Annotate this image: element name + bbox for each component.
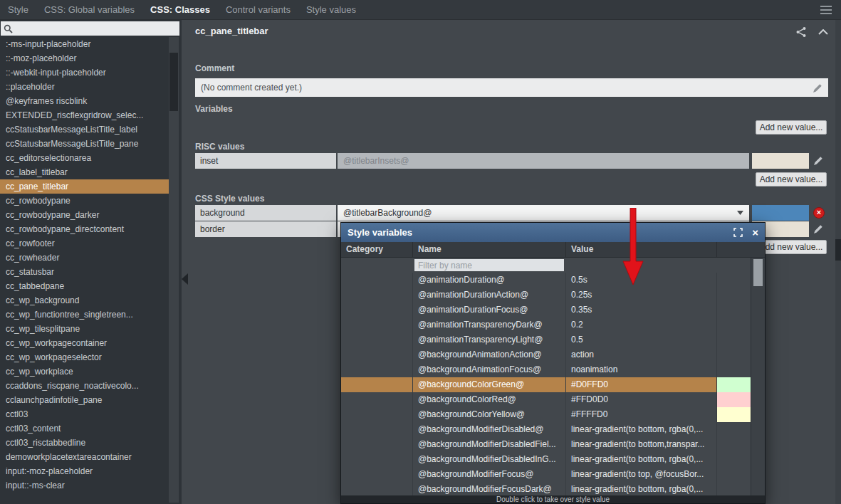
style-variable-row[interactable]: @backgroundColorRed@ #FFD0D0: [341, 392, 752, 407]
sidebar-item[interactable]: ::-moz-placeholder: [0, 51, 169, 65]
sidebar-item[interactable]: ccStatusbarMessageListTitle_pane: [0, 137, 169, 151]
style-variable-row[interactable]: @backgroundModifierFocusDark@ linear-gra…: [341, 482, 752, 497]
style-variable-row[interactable]: @backgroundModifierDisabledInG... linear…: [341, 452, 752, 467]
column-header-name[interactable]: Name: [413, 242, 566, 257]
edit-pencil-icon[interactable]: [813, 83, 822, 93]
table-header: Category Name Value: [341, 242, 765, 258]
sidebar-item[interactable]: cctl03_content: [0, 421, 169, 436]
sidebar-collapse-handle[interactable]: [182, 273, 188, 285]
collapse-chevron-icon[interactable]: [818, 29, 828, 35]
sidebar-item[interactable]: cc_wp_tilesplitpane: [0, 322, 169, 336]
variable-name-cell: @backgroundAnimationAction@: [413, 347, 566, 362]
top-tab[interactable]: CSS: Classes: [142, 0, 218, 19]
sidebar-item[interactable]: input::-ms-clear: [0, 478, 169, 493]
style-variable-row[interactable]: @backgroundModifierDisabled@ linear-grad…: [341, 422, 752, 437]
sidebar-item[interactable]: cc_wp_workplace: [0, 364, 169, 379]
sidebar-item[interactable]: cc_wp_workpageselector: [0, 350, 169, 364]
sidebar-item[interactable]: cc_wp_background: [0, 293, 169, 308]
sidebar-item[interactable]: cclaunchpadinfotile_pane: [0, 393, 169, 407]
style-variable-row[interactable]: @animationDurationAction@ 0.25s: [341, 288, 752, 303]
sidebar-item[interactable]: ccaddons_riscpane_noactivecolo...: [0, 379, 169, 393]
top-tab[interactable]: Style values: [298, 0, 364, 19]
variable-value-cell: linear-gradient(to bottom, rgba(0,...: [566, 452, 717, 467]
style-variable-row[interactable]: @animationDurationFocus@ 0.35s: [341, 303, 752, 317]
add-new-value-button[interactable]: Add new value...: [756, 120, 827, 135]
filter-input[interactable]: [414, 259, 564, 271]
sidebar-item[interactable]: cc_label_titlebar: [0, 165, 169, 179]
close-icon[interactable]: ×: [752, 227, 758, 238]
sidebar-item[interactable]: ::-webkit-input-placeholder: [0, 65, 169, 80]
sidebar-item[interactable]: cc_rowbodypane_darker: [0, 208, 169, 222]
sidebar-item[interactable]: cc_rowheader: [0, 251, 169, 265]
edit-pencil-icon[interactable]: [814, 224, 823, 233]
top-tab[interactable]: CSS: Global variables: [36, 0, 142, 19]
sidebar-item[interactable]: cc_rowbodypane: [0, 194, 169, 208]
sidebar-item[interactable]: demoworkplacetextareacontainer: [0, 450, 169, 464]
sidebar-scrollbar[interactable]: [169, 37, 179, 503]
sidebar-item[interactable]: cctl03_risctabbedline: [0, 436, 169, 450]
tab-strip: Style CSS: Global variables CSS: Classes…: [0, 0, 364, 19]
variable-category-cell: [341, 467, 413, 482]
style-variable-row[interactable]: @animationTransparencyDark@ 0.2: [341, 317, 752, 332]
dialog-scrollbar-thumb[interactable]: [753, 259, 763, 286]
value-dropdown[interactable]: @titlebarBackground@: [338, 205, 749, 221]
value-color-swatch: [752, 205, 809, 221]
sidebar-search[interactable]: [1, 21, 179, 36]
search-input[interactable]: [15, 23, 177, 33]
sidebar-item[interactable]: @keyframes riscblink: [0, 94, 169, 108]
sidebar-item[interactable]: cc_wp_workpagecontainer: [0, 336, 169, 350]
variable-name-cell: @animationTransparencyDark@: [413, 317, 566, 332]
style-variable-row[interactable]: @backgroundColorYellow@ #FFFFD0: [341, 407, 752, 422]
variable-category-cell: [341, 362, 413, 377]
maximize-icon[interactable]: [733, 228, 743, 237]
risc-values-label: RISC values: [195, 142, 244, 152]
sidebar-item[interactable]: input:-moz-placeholder: [0, 464, 169, 478]
share-icon[interactable]: [795, 26, 807, 38]
sidebar-item[interactable]: cctl03: [0, 407, 169, 421]
sidebar-item[interactable]: cc_statusbar: [0, 265, 169, 279]
sidebar-item[interactable]: cc_rowbodypane_directcontent: [0, 222, 169, 236]
variable-color-swatch: [717, 288, 752, 303]
variable-category-cell: [341, 303, 413, 317]
style-variable-row[interactable]: @backgroundModifierFocus@ linear-gradien…: [341, 467, 752, 482]
column-header-category[interactable]: Category: [341, 242, 413, 257]
style-variable-row[interactable]: @backgroundColorGreen@ #D0FFD0: [341, 377, 752, 392]
delete-value-icon[interactable]: ×: [813, 207, 825, 219]
sidebar-item[interactable]: ::placeholder: [0, 80, 169, 94]
sidebar-item[interactable]: cc_pane_titlebar: [0, 179, 169, 194]
variable-name-cell: @backgroundColorGreen@: [413, 377, 566, 392]
edit-pencil-icon[interactable]: [814, 156, 823, 165]
variable-color-swatch: [717, 467, 752, 482]
sidebar-item[interactable]: cc_editorselectionarea: [0, 151, 169, 165]
style-variable-row[interactable]: @animationDuration@ 0.5s: [341, 273, 752, 288]
variable-name-cell: @animationTransparencyLight@: [413, 332, 566, 347]
style-variable-row[interactable]: @backgroundModifierDisabledFiel... linea…: [341, 437, 752, 452]
sidebar-item[interactable]: EXTENDED_riscflexgridrow_selec...: [0, 108, 169, 122]
sidebar-item[interactable]: ccStatusbarMessageListTitle_label: [0, 122, 169, 137]
comment-field[interactable]: (No comment created yet.): [195, 78, 828, 97]
dialog-titlebar[interactable]: Style variables ×: [341, 223, 765, 242]
sidebar-item[interactable]: cc_wp_functiontree_singletreen...: [0, 308, 169, 322]
add-new-value-button[interactable]: Add new value...: [756, 240, 827, 254]
variable-color-swatch: [717, 332, 752, 347]
style-variable-row[interactable]: @backgroundAnimationAction@ action: [341, 347, 752, 362]
css-style-values-label: CSS Style values: [195, 194, 264, 204]
style-variable-row[interactable]: @backgroundAnimationFocus@ noanimation: [341, 362, 752, 377]
variable-value-cell: linear-gradient(to top, @focusBor...: [566, 467, 717, 482]
main-scrollbar[interactable]: [835, 20, 841, 504]
sidebar-item[interactable]: :-ms-input-placeholder: [0, 37, 169, 51]
add-new-value-button[interactable]: Add new value...: [756, 172, 827, 187]
top-tab[interactable]: Control variants: [218, 0, 298, 19]
sidebar-scrollbar-thumb[interactable]: [169, 53, 178, 111]
dialog-scrollbar[interactable]: [751, 258, 765, 497]
main-scrollbar-thumb[interactable]: [835, 239, 841, 261]
variable-value-cell: noanimation: [566, 362, 717, 377]
class-list-sidebar: :-ms-input-placeholder ::-moz-placeholde…: [0, 20, 182, 504]
variable-table: @animationDuration@ 0.5s @animationDurat…: [341, 273, 752, 497]
sidebar-item[interactable]: cc_rowfooter: [0, 236, 169, 251]
sidebar-item[interactable]: cc_tabbedpane: [0, 279, 169, 293]
menu-icon[interactable]: [820, 6, 832, 14]
top-tab[interactable]: Style: [0, 0, 36, 19]
style-variable-row[interactable]: @animationTransparencyLight@ 0.5: [341, 332, 752, 347]
variable-category-cell: [341, 452, 413, 467]
